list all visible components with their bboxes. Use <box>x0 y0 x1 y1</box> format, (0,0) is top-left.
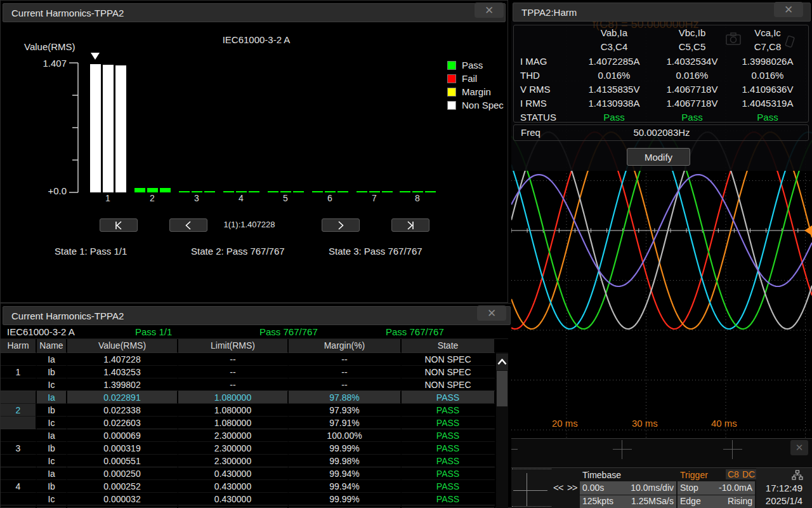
harm-measurement-value: 1.4067718V <box>649 98 735 109</box>
table-row[interactable]: 1Ib1.403253----NON SPEC <box>1 365 495 378</box>
column-header[interactable]: Name <box>37 339 67 352</box>
timebase-points: 125kpts <box>582 496 613 506</box>
data-cell: 100.00% <box>289 429 402 441</box>
legend-item: Pass <box>447 58 504 72</box>
modify-button[interactable]: Modify <box>627 148 690 166</box>
harmonic-bar <box>312 191 323 192</box>
bottom-info-bar: << >> Timebase 0.00s 10.0ms/div 125kpts … <box>511 468 812 508</box>
table-row[interactable]: Ia0.0000351.14000099.97%PASS <box>1 505 495 508</box>
harm-measurement-value: 1.4135835V <box>571 84 657 95</box>
prev-harmonic-button[interactable] <box>169 218 207 232</box>
harm-status-value: Pass <box>649 112 735 123</box>
harmonic-bar <box>236 191 247 192</box>
table-row[interactable]: Ia0.0228911.08000097.88%PASS <box>1 391 495 403</box>
data-cell: -- <box>178 365 289 378</box>
harmonics-table-body[interactable]: Ia1.407228----NON SPEC1Ib1.403253----NON… <box>1 352 495 508</box>
harm-measurement-value: 1.4045319A <box>724 98 811 109</box>
harm-panel-titlebar[interactable]: TPPA2:Harm <box>513 3 811 22</box>
standard-summary-row: IEC61000-3-2 A Pass 1/1 Pass 767/767 Pas… <box>1 324 508 339</box>
table-row[interactable]: 3Ib0.0003192.30000099.99%PASS <box>1 441 495 454</box>
strip-close-button[interactable]: ✕ <box>790 440 808 455</box>
trigger-block[interactable]: Trigger C8 DC Stop -10.0mA Edge Rising <box>678 468 755 508</box>
data-cell: 0.000551 <box>67 454 178 467</box>
scroll-right-button[interactable]: >> <box>567 482 577 493</box>
legend-label: Non Spec <box>462 100 504 110</box>
left-edge-marker <box>511 449 518 450</box>
harmonic-bar <box>204 191 215 192</box>
timebase-block[interactable]: Timebase 0.00s 10.0ms/div 125kpts 1.25MS… <box>580 468 676 508</box>
data-cell: Ib <box>37 479 67 492</box>
lan-network-icon[interactable] <box>792 470 803 480</box>
marker-strip: ✕ <box>511 438 812 468</box>
table-row[interactable]: Ia1.407228----NON SPEC <box>1 352 495 365</box>
scroll-up-button[interactable] <box>496 354 508 370</box>
state-cell: NON SPEC <box>402 365 495 378</box>
harm-panel-close-button[interactable]: ✕ <box>774 2 803 17</box>
column-header[interactable]: Value(RMS) <box>67 339 178 352</box>
window-current-harmonics-chart: Current Harmonics-TPPA2 ✕ IEC61000-3-2 A… <box>0 0 508 303</box>
scroll-left-button[interactable]: << <box>553 482 563 493</box>
scrollbar-thumb[interactable] <box>497 371 508 406</box>
first-harmonic-button[interactable] <box>100 218 138 232</box>
reference-crosshair-box[interactable] <box>512 469 551 507</box>
harmonic-bar <box>223 191 234 192</box>
last-harmonic-button[interactable] <box>391 218 429 232</box>
time-label-20ms: 20 ms <box>552 418 578 429</box>
table-row[interactable]: Ic1.399802----NON SPEC <box>1 378 495 391</box>
harm-cell: 1 <box>1 365 37 378</box>
data-cell: -- <box>289 378 402 391</box>
x-axis-tick-label: 5 <box>279 193 292 203</box>
data-cell: 0.022891 <box>67 391 178 403</box>
data-cell: 2.300000 <box>178 441 289 454</box>
harm-measurement-value: 1.4109636V <box>724 84 811 95</box>
cursor-marker-2[interactable] <box>723 440 742 459</box>
table-row[interactable]: 2Ib0.0223381.08000097.93%PASS <box>1 403 495 416</box>
table-row[interactable]: Ic0.0005512.30000099.98%PASS <box>1 454 495 467</box>
data-cell: Ic <box>37 416 67 429</box>
harm-cell <box>1 467 37 479</box>
table-row[interactable]: Ia0.0002500.43000099.94%PASS <box>1 467 495 479</box>
state-cell: PASS <box>402 479 495 492</box>
column-header[interactable]: State <box>402 339 495 352</box>
data-cell: 0.430000 <box>178 492 289 505</box>
harmonic-bar <box>160 188 171 192</box>
harm-cell: 4 <box>1 479 37 492</box>
data-cell: Ia <box>37 467 67 479</box>
clock-date: 2025/1/4 <box>756 495 812 506</box>
trigger-level: -10.0mA <box>719 483 752 493</box>
harmonic-bar <box>280 191 291 192</box>
column-header[interactable]: Limit(RMS) <box>178 339 289 352</box>
table-window-titlebar[interactable]: Current Harmonics-TPPA2 <box>3 306 511 325</box>
data-cell: 1.403253 <box>67 365 178 378</box>
clock-time: 17:12:49 <box>756 483 812 493</box>
harmonic-bar <box>179 191 190 192</box>
data-cell: 2.300000 <box>178 454 289 467</box>
harm-row-label: THD <box>520 70 540 81</box>
column-header[interactable]: Harm <box>1 339 37 352</box>
harmonic-bar <box>325 191 336 192</box>
trigger-level-marker[interactable] <box>804 225 812 236</box>
table-row[interactable]: Ic0.0226031.08000097.91%PASS <box>1 416 495 429</box>
cursor-marker-1[interactable] <box>613 440 632 459</box>
time-label-40ms: 40 ms <box>711 418 737 429</box>
timebase-label: Timebase <box>582 470 621 480</box>
legend-label: Margin <box>462 86 491 97</box>
harm-measurement-value: 1.4032534V <box>649 56 735 67</box>
harmonic-bar <box>400 191 410 192</box>
table-scrollbar[interactable] <box>496 352 508 508</box>
table-row[interactable]: Ia0.0000692.300000100.00%PASS <box>1 429 495 441</box>
table-row[interactable]: Ic0.0000320.43000099.99%PASS <box>1 492 495 505</box>
x-axis-tick-label: 6 <box>324 193 336 203</box>
time-label-30ms: 30 ms <box>632 418 658 429</box>
state-cell: PASS <box>402 454 495 467</box>
state1-summary: State 1: Pass 1/1 <box>55 246 127 257</box>
column-header[interactable]: Margin(%) <box>289 339 402 352</box>
next-harmonic-button[interactable] <box>322 218 360 232</box>
standard-name: IEC61000-3-2 A <box>7 326 75 337</box>
close-icon: ✕ <box>796 442 804 453</box>
x-axis-tick-label: 4 <box>235 193 247 203</box>
x-axis-tick-label: 3 <box>190 193 203 203</box>
table-window-close-button[interactable]: ✕ <box>477 305 506 321</box>
harmonics-bar-plot[interactable] <box>1 1 508 192</box>
table-row[interactable]: 4Ib0.0002520.43000099.94%PASS <box>1 479 495 492</box>
